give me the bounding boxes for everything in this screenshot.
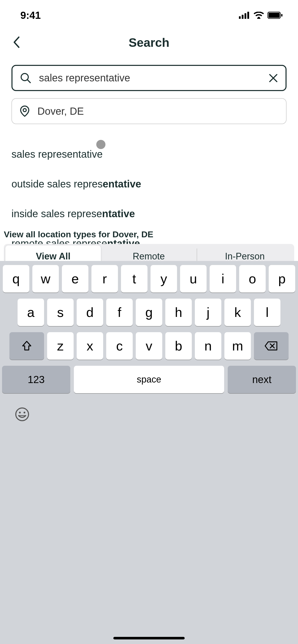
location-field[interactable]: [11, 98, 287, 124]
key-j[interactable]: j: [195, 299, 221, 326]
key-i[interactable]: i: [210, 265, 236, 292]
suggestion-item[interactable]: sales representative: [11, 139, 287, 169]
key-k[interactable]: k: [224, 299, 251, 326]
key-v[interactable]: v: [136, 332, 162, 360]
key-u[interactable]: u: [180, 265, 207, 292]
header: Search: [0, 28, 298, 57]
key-s[interactable]: s: [47, 299, 74, 326]
key-g[interactable]: g: [136, 299, 162, 326]
emoji-icon[interactable]: [15, 407, 30, 422]
key-o[interactable]: o: [239, 265, 266, 292]
key-a[interactable]: a: [18, 299, 44, 326]
svg-rect-2: [245, 13, 246, 19]
keyboard-row-3: z x c v b n m: [2, 332, 296, 360]
key-l[interactable]: l: [254, 299, 280, 326]
keyboard-row-4: 123 space next: [2, 366, 296, 393]
page-title: Search: [129, 36, 169, 50]
key-d[interactable]: d: [77, 299, 103, 326]
search-icon: [20, 72, 31, 84]
search-field[interactable]: [11, 65, 287, 91]
svg-rect-3: [247, 12, 249, 19]
wifi-icon: [254, 12, 264, 19]
search-input[interactable]: [39, 72, 269, 84]
search-section: [0, 57, 298, 124]
chevron-left-icon: [13, 36, 20, 48]
svg-point-12: [23, 109, 26, 112]
suggestion-item[interactable]: outside sales representative: [11, 169, 287, 199]
key-123[interactable]: 123: [2, 366, 70, 393]
shift-icon: [21, 340, 32, 352]
key-h[interactable]: h: [165, 299, 192, 326]
key-backspace[interactable]: [254, 332, 289, 360]
svg-point-15: [16, 408, 29, 421]
key-next[interactable]: next: [228, 366, 296, 393]
key-b[interactable]: b: [165, 332, 192, 360]
svg-point-4: [258, 17, 260, 19]
clear-icon[interactable]: [269, 74, 278, 83]
key-p[interactable]: p: [269, 265, 295, 292]
key-c[interactable]: c: [106, 332, 133, 360]
back-button[interactable]: [13, 36, 20, 49]
cellular-icon: [239, 12, 250, 19]
status-bar: 9:41: [0, 0, 298, 28]
keyboard-row-1: q w e r t y u i o p: [2, 265, 296, 292]
key-space[interactable]: space: [74, 366, 224, 393]
battery-icon: [267, 12, 283, 19]
loading-indicator: [96, 140, 105, 149]
svg-point-17: [24, 412, 25, 414]
key-w[interactable]: w: [32, 265, 59, 292]
key-m[interactable]: m: [224, 332, 251, 360]
status-icons: [239, 12, 283, 19]
key-y[interactable]: y: [151, 265, 177, 292]
key-f[interactable]: f: [106, 299, 133, 326]
emoji-row: [2, 399, 296, 429]
key-r[interactable]: r: [91, 265, 118, 292]
svg-line-9: [28, 80, 30, 83]
key-x[interactable]: x: [77, 332, 103, 360]
key-e[interactable]: e: [62, 265, 88, 292]
svg-point-16: [19, 412, 21, 414]
svg-rect-7: [281, 14, 282, 17]
suggestion-item[interactable]: inside sales representative: [11, 199, 287, 229]
status-time: 9:41: [20, 10, 41, 21]
backspace-icon: [265, 341, 278, 351]
location-pin-icon: [20, 105, 30, 117]
key-t[interactable]: t: [121, 265, 147, 292]
location-input[interactable]: [37, 106, 278, 117]
svg-rect-1: [242, 15, 243, 19]
keyboard-row-2: a s d f g h j k l: [2, 299, 296, 326]
key-z[interactable]: z: [47, 332, 74, 360]
svg-rect-0: [239, 16, 241, 19]
location-types-label: View all location types for Dover, DE: [4, 229, 294, 244]
svg-rect-6: [268, 13, 280, 18]
key-shift[interactable]: [9, 332, 44, 360]
keyboard: q w e r t y u i o p a s d f g h j k l z …: [0, 261, 298, 644]
key-n[interactable]: n: [195, 332, 221, 360]
key-q[interactable]: q: [3, 265, 29, 292]
home-indicator[interactable]: [113, 637, 185, 639]
